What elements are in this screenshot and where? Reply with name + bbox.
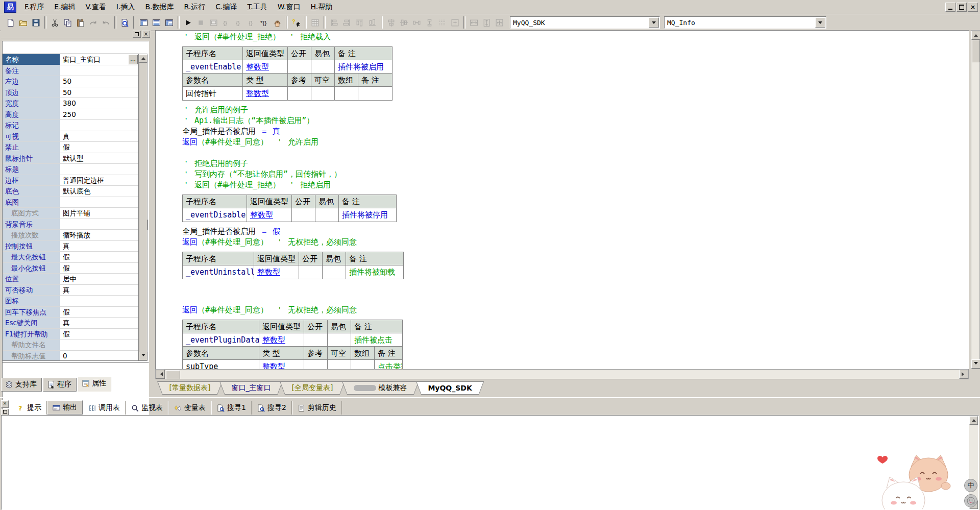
menu-item-h[interactable]: H.帮助 — [305, 1, 337, 13]
layout-both-panes-button[interactable] — [163, 16, 176, 29]
property-row-最小化按钮[interactable]: 最小化按钮假 — [3, 263, 138, 274]
output-tab-调用表[interactable]: 调用表 — [83, 401, 126, 415]
run-to-cursor-button[interactable]: *{} — [258, 16, 271, 29]
property-row-回车下移焦点[interactable]: 回车下移焦点假 — [3, 307, 138, 318]
ime-language-badge[interactable]: 中 — [964, 479, 977, 492]
menu-item-t[interactable]: T.工具 — [242, 1, 272, 13]
layout-left-pane-button[interactable] — [137, 16, 150, 29]
step-out-button[interactable]: {} — [246, 16, 258, 29]
same-width-button[interactable] — [468, 16, 480, 29]
paste-button[interactable] — [74, 16, 87, 29]
chevron-down-icon[interactable] — [815, 17, 825, 28]
property-value[interactable]: 假 — [60, 252, 138, 262]
scroll-down-icon[interactable] — [139, 352, 148, 360]
ellipsis-button[interactable]: … — [128, 55, 138, 64]
property-row-可视[interactable]: 可视真 — [3, 131, 138, 142]
same-size-button[interactable] — [493, 16, 506, 29]
align-bottom-button[interactable] — [366, 16, 379, 29]
doc-tab-模板兼容[interactable]: 模板兼容 — [342, 381, 419, 395]
property-value[interactable]: 窗口_主窗口… — [60, 54, 138, 65]
property-value[interactable]: 默认底色 — [60, 186, 138, 197]
property-value[interactable]: 假 — [60, 263, 138, 274]
property-row-标题[interactable]: 标题 — [3, 164, 138, 175]
property-row-播放次数[interactable]: 播放次数循环播放 — [3, 230, 138, 241]
run-button[interactable] — [182, 16, 194, 29]
property-value[interactable]: 普通固定边框 — [60, 175, 138, 186]
property-row-最大化按钮[interactable]: 最大化按钮假 — [3, 252, 138, 263]
copy-button[interactable] — [61, 16, 74, 29]
scroll-right-icon[interactable] — [959, 370, 968, 379]
property-row-标记[interactable]: 标记 — [3, 120, 138, 131]
property-row-底图方式[interactable]: 底图方式图片平铺 — [3, 208, 138, 219]
vertical-scroll-thumb[interactable] — [972, 40, 980, 62]
code-editor[interactable]: ＇ 返回（#事件处理_拒绝） ＇ 拒绝载入子程序名返回值类型公开易包备 注_ev… — [155, 30, 969, 369]
output-tab-提示[interactable]: ?提示 — [11, 401, 47, 415]
ime-widget[interactable]: 中 — [964, 479, 977, 507]
property-row-帮助文件名[interactable]: 帮助文件名 — [3, 339, 138, 351]
property-value[interactable]: 居中 — [60, 274, 138, 284]
align-left-button[interactable] — [328, 16, 340, 29]
module-combobox[interactable]: MQ_Info — [664, 16, 826, 29]
doc-tab-窗口_主窗口[interactable]: 窗口_主窗口 — [219, 381, 283, 395]
menu-item-c[interactable]: C.编译 — [210, 1, 242, 13]
menu-item-i[interactable]: I.插入 — [111, 1, 140, 13]
property-row-名称[interactable]: 名称窗口_主窗口… — [3, 54, 138, 65]
find-button[interactable] — [118, 16, 131, 29]
menu-item-w[interactable]: W.窗口 — [273, 1, 306, 13]
property-value[interactable] — [60, 197, 138, 208]
align-top-button[interactable] — [353, 16, 366, 29]
panel-close-button[interactable]: × — [1, 400, 9, 408]
layout-bottom-pane-button[interactable] — [150, 16, 163, 29]
property-row-底图[interactable]: 底图 — [3, 197, 138, 208]
panel-tab-支持库[interactable]: 支持库 — [1, 378, 42, 392]
property-value[interactable] — [60, 120, 138, 131]
property-value[interactable] — [60, 219, 138, 230]
horizontal-scroll-thumb[interactable] — [166, 370, 180, 379]
space-across-button[interactable] — [410, 16, 423, 29]
property-row-鼠标指针[interactable]: 鼠标指针默认型 — [3, 153, 138, 164]
plugin-butterfly-button[interactable]: ? — [290, 16, 303, 29]
scroll-down-icon[interactable] — [971, 359, 980, 369]
property-row-控制按钮[interactable]: 控制按钮真 — [3, 241, 138, 252]
output-tab-剪辑历史[interactable]: 剪辑历史 — [292, 401, 342, 415]
property-value[interactable]: 0 — [60, 351, 138, 361]
pause-hand-button[interactable] — [271, 16, 284, 29]
output-tab-搜寻2[interactable]: 搜寻2 — [252, 401, 292, 415]
property-row-宽度[interactable]: 宽度380 — [3, 98, 138, 109]
redo-button[interactable] — [87, 16, 100, 29]
property-row-高度[interactable]: 高度250 — [3, 109, 138, 120]
property-row-可否移动[interactable]: 可否移动真 — [3, 285, 138, 296]
property-value[interactable]: 真 — [60, 131, 138, 142]
align-right-button[interactable] — [340, 16, 353, 29]
menu-item-e[interactable]: E.编辑 — [49, 1, 80, 13]
property-row-底色[interactable]: 底色默认底色 — [3, 186, 138, 197]
property-value[interactable]: 图片平铺 — [60, 208, 138, 218]
space-down-button[interactable] — [423, 16, 436, 29]
property-row-帮助标志值[interactable]: 帮助标志值0 — [3, 351, 138, 361]
property-value[interactable]: 真 — [60, 285, 138, 296]
stop-button[interactable] — [194, 16, 207, 29]
restore-button[interactable] — [957, 3, 967, 12]
property-value[interactable]: 50 — [60, 87, 138, 98]
close-button[interactable]: × — [968, 3, 978, 12]
property-grid-scrollbar[interactable] — [139, 54, 148, 361]
property-row-图标[interactable]: 图标 — [3, 296, 138, 307]
library-combobox[interactable]: MyQQ_SDK — [510, 16, 660, 29]
property-value[interactable]: 真 — [60, 318, 138, 328]
open-file-button[interactable] — [17, 16, 30, 29]
component-grid-button[interactable] — [309, 16, 322, 29]
output-tab-搜寻1[interactable]: 搜寻1 — [211, 401, 252, 415]
property-value[interactable]: 380 — [60, 98, 138, 109]
doc-tab-MyQQ_SDK[interactable]: MyQQ_SDK — [416, 381, 484, 395]
panel-tab-属性[interactable]: 属性 — [78, 377, 111, 392]
property-row-位置[interactable]: 位置居中 — [3, 274, 138, 285]
output-console[interactable]: 中 — [1, 415, 979, 510]
property-value[interactable] — [60, 339, 138, 350]
scroll-up-icon[interactable] — [969, 416, 978, 425]
snap-grid-button[interactable] — [436, 16, 449, 29]
new-file-button[interactable] — [4, 16, 17, 29]
property-value[interactable]: 假 — [60, 329, 138, 339]
property-value[interactable] — [60, 164, 138, 175]
output-tab-监视表[interactable]: 监视表 — [126, 401, 168, 415]
property-row-Esc键关闭[interactable]: Esc键关闭真 — [3, 318, 138, 329]
